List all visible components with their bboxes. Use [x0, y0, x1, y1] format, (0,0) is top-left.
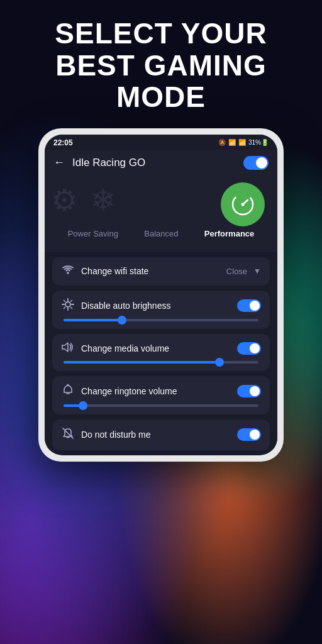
ringtone-toggle[interactable]	[237, 385, 261, 397]
volume-slider-fill	[64, 361, 219, 364]
status-icons: 🔕 📶 📶 31%🔋	[218, 139, 269, 146]
speedometer-icon	[221, 182, 265, 226]
wifi-signal-icon: 📶	[228, 139, 236, 146]
svg-point-15	[67, 384, 69, 386]
ringtone-slider-thumb	[79, 401, 87, 410]
wifi-icon	[61, 265, 75, 278]
headline-line2: BEST GAMING MODE	[13, 50, 309, 113]
wifi-label: Change wifi state	[81, 266, 220, 276]
headline-line1: SELECT YOUR	[13, 18, 309, 50]
svg-point-4	[65, 302, 70, 307]
items-list: Change wifi state Close ▼	[45, 257, 277, 450]
list-item: Do not disturb me	[52, 419, 270, 450]
svg-point-3	[67, 272, 69, 274]
ringtone-slider-track[interactable]	[64, 404, 258, 407]
brightness-slider-row	[61, 319, 261, 321]
tab-performance[interactable]: Performance	[199, 226, 259, 241]
brightness-label: Disable auto brighness	[81, 301, 231, 311]
svg-point-2	[242, 203, 245, 206]
list-item-row: Disable auto brighness	[61, 298, 261, 314]
ringtone-icon	[61, 384, 75, 399]
status-bar: 22:05 🔕 📶 📶 31%🔋	[45, 135, 277, 150]
svg-line-10	[71, 307, 72, 308]
brightness-icon	[61, 298, 75, 314]
ghost-icon-2: ❄	[91, 182, 116, 218]
tab-balanced[interactable]: Balanced	[139, 226, 183, 241]
phone-frame: 22:05 🔕 📶 📶 31%🔋 ← Idle Racing GO ⚙ ❄	[38, 128, 284, 462]
volume-icon	[61, 341, 75, 356]
svg-line-11	[71, 300, 72, 301]
tab-power-saving[interactable]: Power Saving	[63, 226, 123, 241]
list-item: Change media volume	[52, 334, 270, 371]
mute-icon: 🔕	[218, 139, 226, 146]
app-bar: ← Idle Racing GO	[45, 150, 277, 176]
brightness-toggle[interactable]	[237, 299, 261, 312]
headline: SELECT YOUR BEST GAMING MODE	[0, 18, 322, 113]
brightness-slider-track[interactable]	[64, 319, 258, 321]
ringtone-label: Change ringtone volume	[81, 386, 231, 396]
wifi-action[interactable]: Close	[226, 267, 247, 276]
svg-line-9	[64, 300, 65, 301]
dnd-icon	[61, 427, 75, 443]
list-item-row: Change media volume	[61, 341, 261, 356]
dnd-label: Do not disturb me	[81, 430, 231, 440]
battery-icon: 31%🔋	[248, 139, 269, 146]
svg-line-12	[64, 307, 65, 308]
ghost-icons: ⚙ ❄	[51, 182, 116, 218]
volume-slider-thumb	[215, 358, 224, 367]
status-time: 22:05	[53, 138, 73, 147]
dropdown-arrow-icon: ▼	[253, 267, 261, 275]
dnd-toggle[interactable]	[237, 428, 261, 441]
volume-slider-track[interactable]	[64, 361, 258, 364]
phone-screen: 22:05 🔕 📶 📶 31%🔋 ← Idle Racing GO ⚙ ❄	[45, 135, 277, 455]
app-title: Idle Racing GO	[72, 157, 236, 169]
list-item: Change ringtone volume	[52, 376, 270, 414]
ringtone-slider-fill	[64, 404, 83, 407]
list-item-row: Change ringtone volume	[61, 384, 261, 399]
list-item-row: Change wifi state Close ▼	[61, 265, 261, 278]
list-item: Disable auto brighness	[52, 291, 270, 329]
ghost-icon-1: ⚙	[51, 182, 78, 218]
volume-slider-row	[61, 361, 261, 364]
volume-label: Change media volume	[81, 343, 231, 353]
brightness-slider-fill	[64, 319, 122, 321]
svg-marker-13	[62, 343, 68, 352]
mode-section: ⚙ ❄ Power Saving Balanced Perf	[45, 176, 277, 252]
cell-signal-icon: 📶	[238, 139, 246, 146]
brightness-slider-thumb	[118, 316, 126, 325]
list-item: Change wifi state Close ▼	[52, 257, 270, 286]
back-button[interactable]: ←	[53, 156, 65, 169]
volume-toggle[interactable]	[237, 342, 261, 355]
ringtone-slider-row	[61, 404, 261, 407]
page-content: SELECT YOUR BEST GAMING MODE 22:05 🔕 📶 📶…	[0, 0, 322, 644]
list-item-row: Do not disturb me	[61, 427, 261, 443]
app-toggle[interactable]	[243, 156, 269, 170]
